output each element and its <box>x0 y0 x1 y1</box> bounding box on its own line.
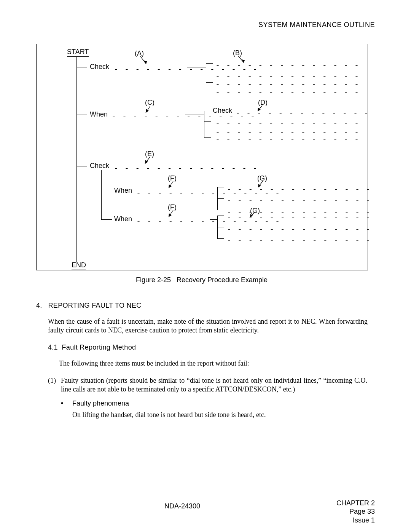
h3e <box>101 219 112 220</box>
h3f1 <box>217 216 224 216</box>
h3c2 <box>217 198 224 199</box>
h2b <box>185 115 204 115</box>
section-4-1-title: Fault Reporting Method <box>62 343 136 351</box>
bullet-icon: • <box>61 399 63 408</box>
svg-marker-13 <box>258 184 261 187</box>
check-label-1: Check <box>90 63 109 71</box>
h2e <box>204 130 211 130</box>
section-4-num: 4. <box>36 302 42 309</box>
h2f <box>204 137 211 138</box>
figure-label: Figure 2-25 <box>136 276 171 284</box>
page: SYSTEM MAINTENANCE OUTLINE START END Che… <box>0 0 411 532</box>
h3f2 <box>217 227 224 227</box>
svg-line-0 <box>140 56 146 64</box>
svg-marker-11 <box>169 184 172 188</box>
v3sub <box>101 170 102 220</box>
dash-d1: - - - - - - - - - - - - - <box>236 111 369 115</box>
footer-right: CHAPTER 2 Page 33 Issue 1 <box>336 499 375 525</box>
diagram-box: START END Check - - - - - - - - - - - - … <box>36 44 368 270</box>
v2b <box>204 111 204 137</box>
dash-c: - - - - - - - - - - - - - - <box>112 115 256 118</box>
start-label: START <box>67 48 89 57</box>
dash-d3: - - - - - - - - - - - - - - <box>215 130 360 134</box>
end-label: END <box>72 261 86 270</box>
h1f <box>206 90 213 90</box>
arrow-icon <box>238 56 250 67</box>
footer-issue: Issue 1 <box>336 516 375 525</box>
h1a <box>76 67 87 67</box>
arrow-icon <box>140 56 152 68</box>
footer-page: Page 33 <box>336 507 375 516</box>
h1c <box>206 63 213 64</box>
h3c3 <box>217 210 224 210</box>
section-4-para: When the cause of a fault is uncertain, … <box>48 317 368 335</box>
section-4-1-intro: The following three items must be includ… <box>59 359 367 368</box>
dash-g2b: - - - - - - - - - - - - - - <box>227 227 371 231</box>
main-vline <box>76 56 77 262</box>
dash-d2: - - - - - - - - - - - - - - <box>215 121 360 125</box>
section-4-1-num: 4.1 <box>48 343 58 351</box>
h2d <box>204 121 211 122</box>
bullet-body: On lifting the handset, dial tone is not… <box>72 411 367 419</box>
check-label-2: Check <box>213 107 232 115</box>
check-label-3: Check <box>90 162 109 170</box>
h2c <box>204 111 211 111</box>
dash-b2: - - - - - - - - - - - - - - <box>215 74 360 78</box>
v1b <box>206 63 206 90</box>
item-1-num: (1) <box>48 376 56 385</box>
arrow-icon <box>167 181 179 193</box>
h3f3 <box>217 238 224 239</box>
svg-marker-15 <box>169 213 172 217</box>
footer-doc-number: NDA-24300 <box>164 502 200 510</box>
section-4-title: REPORTING FAULT TO NEC <box>48 302 142 309</box>
arrow-icon <box>256 105 268 117</box>
h3f <box>210 219 217 220</box>
bullet-title: Faulty phenomena <box>72 399 129 408</box>
dash-b1: - - - - - - - - - - - - - - <box>215 63 360 67</box>
when-label-1: When <box>90 110 108 118</box>
label-c: (C) <box>145 99 155 107</box>
h1b <box>187 67 206 67</box>
arrow-icon <box>144 157 156 168</box>
h3c1 <box>217 187 224 187</box>
dash-g1b: - - - - - - - - - - - - - - <box>227 198 371 202</box>
figure-title: Recovery Procedure Example <box>177 276 268 284</box>
footer-chapter: CHAPTER 2 <box>336 499 375 508</box>
h3a <box>76 166 87 166</box>
dash-b3: - - - - - - - - - - - - - - <box>215 82 360 86</box>
when-label-3: When <box>114 215 132 223</box>
dash-g2a: - - - - - - - - - - - - - - <box>227 216 371 219</box>
h3c <box>210 191 217 191</box>
arrow-icon <box>249 212 260 224</box>
svg-line-2 <box>238 56 244 63</box>
dash-b4: - - - - - - - - - - - - - - <box>215 90 360 94</box>
page-header: SYSTEM MAINTENANCE OUTLINE <box>258 21 375 29</box>
item-1-text: Faulty situation (reports should be simi… <box>61 376 367 394</box>
dash-e: - - - - - - - - - - - - - - <box>114 166 258 170</box>
dash-g1a: - - - - - - - - - - - - - - <box>227 187 371 191</box>
svg-marker-5 <box>146 109 149 113</box>
h2a <box>76 115 87 115</box>
h1d <box>206 74 213 74</box>
arrow-icon <box>145 106 156 117</box>
when-label-2: When <box>114 187 132 195</box>
figure-caption: Figure 2-25 Recovery Procedure Example <box>36 276 367 284</box>
dash-d4: - - - - - - - - - - - - - - <box>215 137 360 141</box>
arrow-icon <box>167 210 179 222</box>
svg-marker-1 <box>144 61 147 64</box>
dash-g2c: - - - - - - - - - - - - - - <box>227 238 371 242</box>
h3b <box>101 191 112 191</box>
h1e <box>206 82 213 83</box>
arrow-icon <box>257 181 268 193</box>
section-4-heading: 4. REPORTING FAULT TO NEC <box>36 302 142 310</box>
svg-marker-3 <box>242 59 245 63</box>
section-4-1-heading: 4.1 Fault Reporting Method <box>48 343 136 351</box>
